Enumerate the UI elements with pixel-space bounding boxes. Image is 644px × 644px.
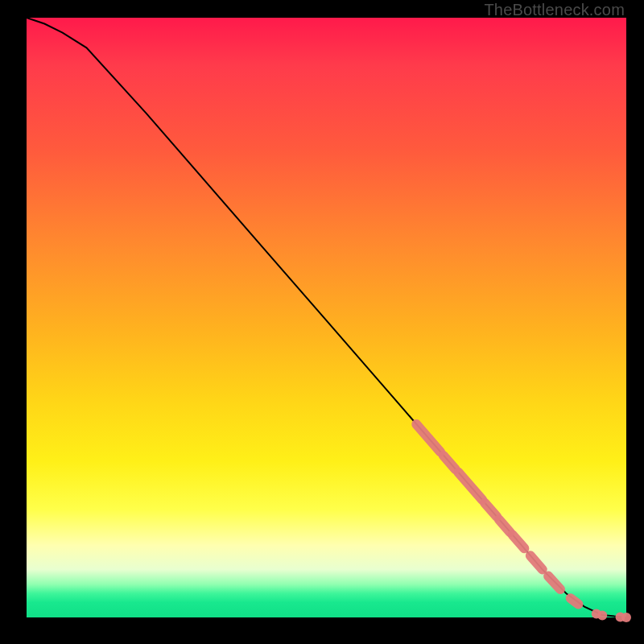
highlight-segment [571, 598, 579, 604]
highlight-segments [416, 424, 578, 605]
highlight-segment [548, 576, 560, 589]
highlight-segment [485, 503, 497, 517]
highlight-dot [621, 613, 631, 622]
highlight-segment [499, 520, 510, 533]
curve-line [27, 18, 626, 617]
highlight-segment [530, 555, 543, 569]
highlight-dot [597, 610, 607, 620]
chart-overlay [27, 18, 626, 617]
highlight-segment [458, 473, 482, 500]
highlight-segment [416, 424, 440, 452]
highlight-segment [444, 456, 456, 469]
highlight-segment [513, 535, 525, 548]
watermark-label: TheBottleneck.com [484, 1, 625, 19]
